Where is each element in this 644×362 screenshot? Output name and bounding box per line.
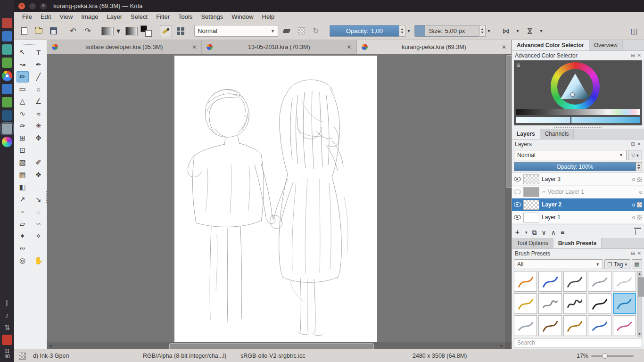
launcher-files-icon[interactable] [2,58,12,68]
brush-preset[interactable] [514,271,537,292]
menu-edit[interactable]: Edit [36,12,55,22]
launcher-folder-icon[interactable] [2,97,12,107]
close-docker-icon[interactable]: ✕ [637,53,641,58]
canvas[interactable] [174,56,377,342]
docker-drag-handle[interactable] [554,126,602,128]
layer-blending-mode-dropdown[interactable]: Normal ▼ [514,150,627,160]
tool-bezier-curve[interactable]: ∿ [17,108,29,119]
scrollbar-thumb[interactable] [638,277,644,297]
selector-settings-icon[interactable]: ≣ [516,62,520,68]
tool-gradient[interactable]: ▧ [17,157,29,168]
add-layer-button[interactable]: ＋ [514,228,520,237]
brush-preset[interactable] [613,271,636,292]
launcher-active-app-icon[interactable] [2,123,12,134]
launcher-krita-icon[interactable] [2,137,12,147]
float-docker-icon[interactable]: ⊞ [631,141,635,147]
launcher-chrome-icon[interactable] [2,71,12,81]
tool-line[interactable]: ╱ [33,71,45,82]
alpha-lock-icon[interactable]: α [632,202,635,207]
music-icon[interactable]: ♪ [2,310,12,321]
tab-overview[interactable]: Overview [589,40,623,50]
shade-strip[interactable] [516,117,640,123]
inherit-alpha-icon[interactable] [637,177,642,182]
window-minimize-button[interactable]: − [29,3,36,9]
zoom-slider-handle[interactable] [602,353,608,359]
tool-measure[interactable]: ↘ [33,194,45,205]
doc-tab-2[interactable]: 13-05-2018.kra (70.3M) ✕ [202,40,356,54]
brush-preset[interactable] [588,271,611,292]
inherit-alpha-icon[interactable] [637,202,642,207]
tool-similar-select[interactable]: ✧ [33,230,45,242]
tool-text[interactable]: T [33,47,45,58]
doc-tab-1[interactable]: softare developer.kra (35.3M) ✕ [47,40,202,54]
preset-search-input[interactable] [514,338,642,347]
selection-mode-icon[interactable] [19,353,26,360]
zoom-slider[interactable] [591,355,634,357]
menu-select[interactable]: Select [126,12,152,22]
network-icon[interactable]: ⇅ [2,322,12,333]
brush-preset[interactable] [563,315,586,336]
layer-opacity-spinner[interactable] [636,162,642,171]
visibility-icon[interactable] [514,177,521,181]
canvas-horizontal-scrollbar[interactable]: ◂ ▸ [47,342,505,349]
brush-preset[interactable] [563,271,586,292]
color-wheel[interactable] [551,62,600,111]
tool-select-shapes[interactable]: ↖ [17,47,29,58]
doc-tab-3-active[interactable]: kurang-peka.kra (69.3M) ✕ [357,40,512,54]
tool-dynamic-brush[interactable]: ✑ [17,120,29,132]
tab-tool-options[interactable]: Tool Options [512,238,553,248]
brush-preset[interactable] [588,315,611,336]
inherit-alpha-icon[interactable] [637,215,642,220]
close-tab-icon[interactable]: ✕ [347,44,352,50]
tool-freehand-select[interactable]: ∽ [33,218,45,230]
tool-move[interactable]: ✥ [33,132,45,144]
brush-preset-selected[interactable] [613,293,636,314]
visibility-icon[interactable] [514,202,521,207]
tab-channels[interactable]: Channels [540,129,574,139]
opacity-options-button[interactable]: ▾ [405,25,412,37]
value-strip[interactable] [516,109,640,115]
zoom-percentage[interactable]: 17% [577,353,588,359]
menu-layer[interactable]: Layer [102,12,126,22]
bluetooth-icon[interactable]: ᛒ [2,298,12,308]
float-docker-icon[interactable]: ⊞ [631,53,635,58]
tool-color-sampler[interactable]: ✐ [33,157,45,168]
tab-advanced-color-selector[interactable]: Advanced Color Selector [512,40,589,50]
preserve-alpha-button[interactable] [295,25,307,37]
brush-size-slider[interactable]: Size: 5,00 px [414,25,479,37]
close-docker-icon[interactable]: ✕ [637,251,641,256]
menu-file[interactable]: File [18,12,36,22]
mirror-horizontal-button[interactable]: ⋈ [500,25,512,37]
mirror-vertical-button[interactable]: ⋈ [523,25,536,37]
layer-row[interactable]: Layer 1 α [512,211,644,224]
scroll-down-icon[interactable]: ▼ [637,332,642,336]
brush-preset[interactable] [613,315,636,336]
layer-properties-button[interactable]: ≡ [561,229,564,236]
brush-preset[interactable] [538,293,561,314]
close-tab-icon[interactable]: ✕ [502,44,506,50]
undo-button[interactable]: ↶ [67,25,79,37]
pattern-chooser-button[interactable] [125,25,138,37]
menu-window[interactable]: Window [227,12,257,22]
foreground-background-color-button[interactable] [140,25,152,37]
preset-view-mode-button[interactable]: ▦ [632,259,642,269]
canvas-vertical-scrollbar[interactable] [505,54,512,342]
launcher-app-6-icon[interactable] [2,84,12,94]
scrollbar-track[interactable] [54,342,498,349]
brush-preset[interactable] [588,293,611,314]
scroll-right-icon[interactable]: ▸ [498,342,505,349]
menu-view[interactable]: View [55,12,77,22]
duplicate-layer-button[interactable]: ⧉ [532,229,537,237]
save-button[interactable] [47,25,59,37]
menu-help[interactable]: Help [258,12,279,22]
advanced-color-selector[interactable]: ≣ [514,60,642,125]
menu-image[interactable]: Image [77,12,102,22]
tool-freehand-brush[interactable]: ✏ [17,71,29,82]
tool-ellipse[interactable]: ○ [33,83,45,95]
tool-transform[interactable]: ⊞ [17,132,29,144]
scroll-up-icon[interactable]: ▲ [637,272,642,275]
launcher-app-1-icon[interactable] [2,18,12,28]
layer-row-selected[interactable]: Layer 2 α [512,198,644,211]
brush-preset[interactable] [514,315,537,336]
tool-smart-patch[interactable]: ❖ [33,169,45,181]
